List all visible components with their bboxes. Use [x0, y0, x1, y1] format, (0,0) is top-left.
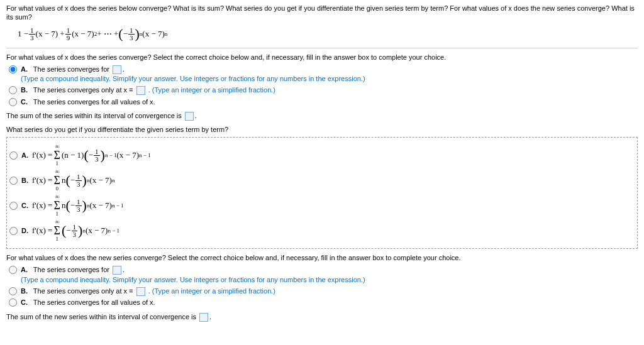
- period-3a: .: [123, 266, 125, 273]
- label-c: C.: [21, 98, 28, 106]
- label-3c: C.: [21, 298, 28, 306]
- label-2a: A.: [21, 151, 28, 159]
- fillbox-sum1[interactable]: [185, 112, 194, 121]
- radio-2d[interactable]: [9, 227, 18, 235]
- radio-2c[interactable]: [9, 202, 18, 210]
- choice-1a-text: The series converges for: [33, 65, 111, 73]
- label-3b: B.: [21, 287, 28, 295]
- radio-1b[interactable]: [9, 86, 17, 94]
- choice-2c[interactable]: C. f'(x) = ∞Σ1 n(− 13)n (x − 7)n − 1: [9, 194, 635, 217]
- label-2d: D.: [21, 227, 28, 234]
- subquestion-3: For what values of x does the new series…: [6, 254, 638, 261]
- fillbox-3a[interactable]: [113, 266, 121, 275]
- choice-group-3: A. The series converges for . (Type a co…: [9, 265, 638, 308]
- divider: [6, 48, 638, 48]
- formula-2a: f'(x) = ∞Σ1 (n − 1)(− 13)n − 1 (x − 7)n …: [32, 144, 151, 167]
- choice-3a-hint: (Type a compound inequality. Simplify yo…: [21, 276, 365, 283]
- label-2b: B.: [21, 177, 28, 184]
- choice-3b-hint: . (Type an integer or a simplified fract…: [148, 287, 275, 295]
- choice-1c-text: The series converges for all values of x…: [33, 98, 155, 106]
- fillbox-sum2[interactable]: [199, 313, 208, 322]
- choice-3c-text: The series converges for all values of x…: [33, 298, 155, 306]
- choice-1a[interactable]: A. The series converges for . (Type a co…: [9, 65, 638, 84]
- choice-2d[interactable]: D. f'(x) = ∞Σ1 (− 13)n (x − 7)n − 1: [9, 219, 635, 242]
- period-1a: .: [123, 65, 125, 73]
- period-sum2: .: [209, 313, 211, 320]
- main-series-formula: 1 − 13(x − 7) + 19(x − 7)2 + ⋯ + (− 13)n…: [18, 27, 638, 41]
- fillbox-1b[interactable]: [136, 86, 145, 95]
- radio-1a[interactable]: [9, 65, 17, 74]
- radio-3b[interactable]: [9, 287, 17, 295]
- sum-stmt2-text: The sum of the new series within its int…: [6, 313, 198, 320]
- choice-1c[interactable]: C. The series converges for all values o…: [9, 97, 638, 107]
- choice-group-1: A. The series converges for . (Type a co…: [9, 65, 638, 107]
- period-sum1: .: [195, 112, 197, 119]
- subquestion-1: For what values of x does the series con…: [6, 53, 638, 61]
- fillbox-3b[interactable]: [136, 287, 145, 296]
- choice-2a[interactable]: A. f'(x) = ∞Σ1 (n − 1)(− 13)n − 1 (x − 7…: [9, 144, 635, 167]
- sum-statement-1: The sum of the series within its interva…: [6, 112, 638, 121]
- choice-3a-text: The series converges for: [33, 266, 111, 273]
- derivative-choices: A. f'(x) = ∞Σ1 (n − 1)(− 13)n − 1 (x − 7…: [6, 137, 638, 249]
- choice-2b[interactable]: B. f'(x) = ∞Σ0 n(− 13)n (x − 7)n: [9, 169, 635, 192]
- diff-question: What series do you get if you differenti…: [6, 126, 638, 133]
- radio-2a[interactable]: [9, 151, 18, 160]
- label-3a: A.: [21, 266, 28, 273]
- formula-2b: f'(x) = ∞Σ0 n(− 13)n (x − 7)n: [32, 169, 114, 192]
- choice-1a-hint: (Type a compound inequality. Simplify yo…: [21, 75, 365, 82]
- label-2c: C.: [21, 202, 28, 209]
- sum-stmt-text: The sum of the series within its interva…: [6, 112, 184, 119]
- radio-3a[interactable]: [9, 266, 17, 274]
- radio-2b[interactable]: [9, 177, 18, 185]
- formula-2c: f'(x) = ∞Σ1 n(− 13)n (x − 7)n − 1: [32, 194, 123, 217]
- choice-3a[interactable]: A. The series converges for . (Type a co…: [9, 265, 638, 285]
- choice-3c[interactable]: C. The series converges for all values o…: [9, 298, 638, 307]
- label-a: A.: [21, 65, 28, 73]
- choice-1b[interactable]: B. The series converges only at x = . (T…: [9, 85, 638, 95]
- label-b: B.: [21, 86, 28, 94]
- radio-1c[interactable]: [9, 98, 17, 106]
- sum-statement-2: The sum of the new series within its int…: [6, 313, 638, 322]
- radio-3c[interactable]: [9, 298, 17, 307]
- choice-1b-hint: . (Type an integer or a simplified fract…: [148, 86, 275, 94]
- fillbox-1a[interactable]: [113, 65, 121, 74]
- choice-3b-text: The series converges only at x =: [33, 287, 135, 295]
- choice-1b-text: The series converges only at x =: [33, 86, 135, 94]
- choice-3b[interactable]: B. The series converges only at x = . (T…: [9, 287, 638, 296]
- question-intro: For what values of x does the series bel…: [6, 4, 638, 22]
- formula-2d: f'(x) = ∞Σ1 (− 13)n (x − 7)n − 1: [32, 219, 119, 242]
